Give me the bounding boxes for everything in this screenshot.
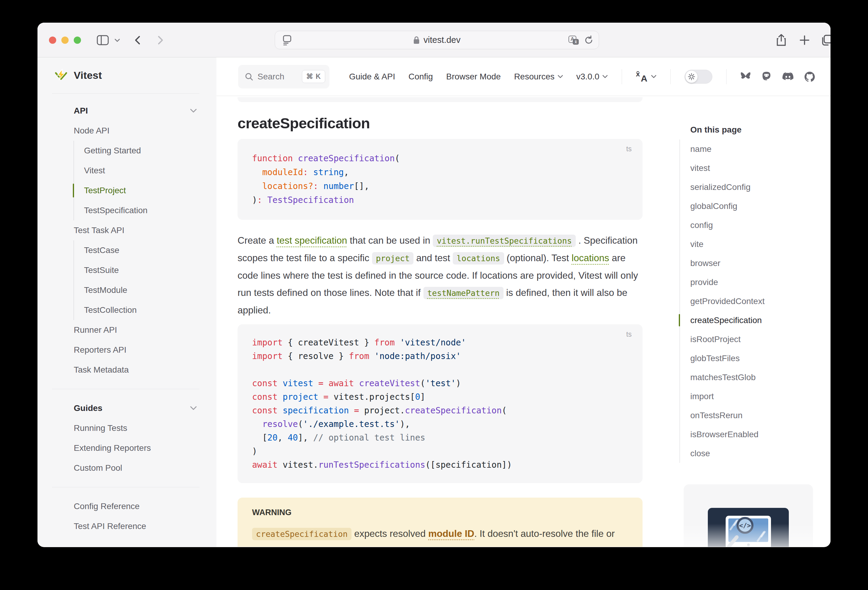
outline-item-import[interactable]: import [690, 387, 812, 406]
search-input[interactable]: Search ⌘ K [238, 65, 329, 88]
on-this-page-outline: On this page name vitest serializedConfi… [679, 125, 812, 463]
sidebar-item-getting-started[interactable]: Getting Started [74, 141, 216, 160]
inline-link[interactable]: vitest.runTestSpecifications [433, 235, 576, 247]
sidebar-toggle-icon[interactable] [97, 23, 109, 57]
sidebar-item-config-reference[interactable]: Config Reference [37, 496, 216, 516]
theme-toggle[interactable] [685, 70, 712, 84]
sidebar-item-testcase[interactable]: TestCase [74, 240, 216, 260]
code-line: resolve('./example.test.ts'), [252, 417, 630, 431]
sponsor-card[interactable]: </> [683, 484, 813, 547]
sidebar-item-node-api[interactable]: Node API [37, 121, 216, 141]
back-button[interactable] [133, 23, 142, 57]
mastodon-icon[interactable] [762, 72, 771, 82]
outline-title: On this page [679, 125, 812, 135]
sidebar-item-testproject[interactable]: TestProject [74, 181, 216, 200]
doc-paragraph: Create a test specification that can be … [238, 232, 642, 319]
chevron-down-icon [558, 75, 563, 78]
code-block-signature[interactable]: ts function createSpecification( moduleI… [238, 139, 642, 220]
inline-link[interactable]: testNamePattern [424, 287, 503, 299]
vitest-logo-icon [55, 69, 68, 82]
new-tab-icon[interactable] [799, 23, 810, 57]
github-icon[interactable] [805, 72, 815, 82]
sidebar-item-task-metadata[interactable]: Task Metadata [37, 360, 216, 380]
code-lines: import { createVitest } from 'vitest/nod… [252, 336, 630, 472]
outline-item-browser[interactable]: browser [690, 254, 812, 273]
warning-callout: WARNING createSpecification expects reso… [238, 497, 642, 547]
sidebar-item-test-api-reference[interactable]: Test API Reference [37, 516, 216, 536]
site-title: Vitest [74, 69, 102, 81]
sidebar-item-vitest[interactable]: Vitest [74, 160, 216, 181]
text-run: expects resolved [351, 528, 428, 539]
outline-item-globtestfiles[interactable]: globTestFiles [690, 349, 812, 368]
outline-item-globalconfig[interactable]: globalConfig [690, 197, 812, 216]
sidebar-item-extending-reporters[interactable]: Extending Reporters [37, 438, 216, 458]
outline-item-vite[interactable]: vite [690, 235, 812, 254]
sidebar-item-testspecification[interactable]: TestSpecification [74, 200, 216, 221]
sidebar-item-testmodule[interactable]: TestModule [74, 280, 216, 300]
inline-link[interactable]: module ID [428, 528, 474, 539]
lock-icon [413, 36, 420, 44]
code-line: const specification = project.createSpec… [252, 404, 630, 417]
sidebar-item-custom-pool[interactable]: Custom Pool [37, 458, 216, 478]
minimize-window-button[interactable] [61, 37, 69, 44]
inline-link[interactable]: test specification [277, 235, 347, 246]
outline-item-config[interactable]: config [690, 216, 812, 235]
inline-link[interactable]: locations [571, 252, 609, 263]
vitest-logo[interactable]: Vitest [37, 57, 216, 93]
code-lines: function createSpecification( moduleId: … [252, 152, 630, 207]
language-dropdown[interactable]: x̄A [636, 71, 657, 82]
sidebar-item-runner-api[interactable]: Runner API [37, 320, 216, 340]
outline-item-close[interactable]: close [690, 444, 812, 463]
url-text[interactable]: vitest.dev [424, 35, 461, 45]
outline-item-name[interactable]: name [690, 140, 812, 159]
close-window-button[interactable] [49, 37, 56, 44]
divider [670, 69, 671, 84]
reload-icon[interactable] [584, 35, 593, 45]
site-header: Search ⌘ K Guide & API Config Browser Mo… [216, 57, 831, 96]
code-line [252, 363, 630, 377]
code-lang-badge: ts [626, 330, 632, 338]
sidebar-item-testcollection[interactable]: TestCollection [74, 300, 216, 320]
outline-item-ontestsrerun[interactable]: onTestsRerun [690, 406, 812, 425]
code-line: locations?: number[], [252, 180, 630, 193]
outline-item-serializedconfig[interactable]: serializedConfig [690, 178, 812, 197]
window-controls [49, 37, 81, 44]
outline-item-createspecification[interactable]: createSpecification [690, 311, 812, 330]
code-line: moduleId: string, [252, 165, 630, 180]
sidebar-section-api[interactable]: API [37, 101, 216, 121]
translate-icon: x̄A [636, 71, 648, 82]
chevron-down-icon [651, 75, 657, 78]
outline-item-getprovidedcontext[interactable]: getProvidedContext [690, 292, 812, 311]
code-line: await vitest.runTestSpecifications([spec… [252, 458, 630, 472]
nav-version-dropdown[interactable]: v3.0.0 [576, 72, 608, 81]
outline-item-vitest[interactable]: vitest [690, 159, 812, 178]
code-line: const vitest = await createVitest('test'… [252, 377, 630, 390]
tab-group-chevron-icon[interactable] [114, 23, 120, 57]
outline-item-provide[interactable]: provide [690, 273, 812, 292]
nav-resources-dropdown[interactable]: Resources [514, 72, 563, 81]
code-line: const project = vitest.projects[0] [252, 390, 630, 404]
text-run: that can be used in [347, 235, 433, 246]
nav-guide-api[interactable]: Guide & API [349, 72, 395, 81]
outline-item-isrootproject[interactable]: isRootProject [690, 330, 812, 349]
discord-icon[interactable] [782, 72, 794, 81]
share-icon[interactable] [776, 23, 787, 57]
sidebar-item-running-tests[interactable]: Running Tests [37, 418, 216, 438]
address-bar[interactable]: vitest.dev Ax̂ [275, 31, 599, 49]
nav-config[interactable]: Config [408, 72, 433, 81]
tab-overview-icon[interactable] [821, 23, 831, 57]
translate-icon[interactable]: Ax̂ [568, 35, 579, 45]
bluesky-icon[interactable] [741, 72, 751, 81]
nav-browser-mode[interactable]: Browser Mode [446, 72, 501, 81]
outline-item-isbrowserenabled[interactable]: isBrowserEnabled [690, 425, 812, 444]
sidebar-item-reporters-api[interactable]: Reporters API [37, 340, 216, 360]
outline-item-matchestestglob[interactable]: matchesTestGlob [690, 368, 812, 387]
inline-code-chip: locations [453, 252, 504, 265]
sidebar-section-guides[interactable]: Guides [37, 398, 216, 418]
sidebar-group-node-api: Getting Started Vitest TestProject TestS… [74, 141, 216, 221]
forward-button[interactable] [156, 23, 165, 57]
sidebar-item-testsuite[interactable]: TestSuite [74, 260, 216, 280]
sidebar-item-test-task-api[interactable]: Test Task API [37, 221, 216, 240]
code-block-example[interactable]: ts import { createVitest } from 'vitest/… [238, 324, 642, 483]
zoom-window-button[interactable] [74, 37, 81, 44]
